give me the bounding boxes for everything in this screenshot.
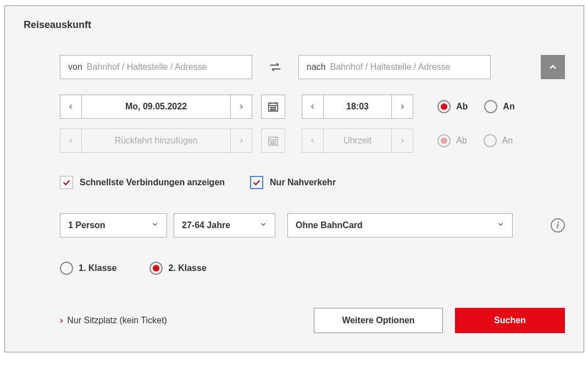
radio-circle-icon [484, 134, 497, 147]
radio-label: Ab [456, 102, 468, 112]
to-input[interactable]: nach Bahnhof / Haltestelle / Adresse [298, 55, 491, 79]
outbound-time-prev[interactable] [302, 95, 324, 119]
chevron-right-icon [238, 137, 245, 144]
svg-point-5 [273, 107, 274, 108]
radio-circle-icon [149, 262, 163, 275]
collapse-button[interactable] [541, 55, 565, 79]
seat-only-label: Nur Sitzplatz (kein Ticket) [67, 316, 167, 325]
checkmark-icon [252, 178, 261, 187]
more-options-button[interactable]: Weitere Optionen [314, 308, 443, 333]
svg-point-14 [270, 141, 271, 142]
chevron-down-icon [497, 220, 504, 230]
svg-point-17 [270, 143, 271, 145]
return-an-radio[interactable]: An [484, 134, 513, 147]
checkmark-icon [62, 178, 71, 187]
calendar-icon [267, 135, 279, 147]
select-value: 1 Person [68, 220, 106, 230]
chevron-down-icon [259, 220, 267, 230]
travel-search-panel: Reiseauskunft von Bahnhof / Haltestelle … [4, 5, 584, 352]
calendar-icon [267, 101, 279, 113]
svg-point-4 [270, 107, 271, 108]
chevron-right-icon [238, 103, 245, 110]
radio-circle-icon [484, 100, 497, 113]
bottom-row: › Nur Sitzplatz (kein Ticket) Weitere Op… [24, 308, 565, 333]
passenger-selects-row: 1 Person 27-64 Jahre Ohne BahnCard i [24, 213, 565, 237]
svg-point-19 [275, 143, 276, 145]
first-class-radio[interactable]: 1. Klasse [60, 262, 117, 275]
options-checks-row: Schnellste Verbindungen anzeigen Nur Nah… [24, 176, 565, 189]
chevron-left-icon [68, 103, 74, 110]
age-select[interactable]: 27-64 Jahre [174, 213, 275, 237]
fastest-checkbox[interactable]: Schnellste Verbindungen anzeigen [60, 176, 225, 189]
outbound-ab-radio[interactable]: Ab [437, 100, 468, 113]
return-time-stepper: Uhrzeit [302, 129, 413, 153]
return-time-prev[interactable] [302, 129, 324, 153]
info-icon: i [557, 220, 559, 230]
from-to-row: von Bahnhof / Haltestelle / Adresse nach… [24, 55, 565, 79]
persons-select[interactable]: 1 Person [60, 213, 167, 237]
outbound-calendar-button[interactable] [261, 95, 285, 119]
chevron-left-icon [309, 137, 316, 144]
chevron-right-icon [399, 103, 406, 110]
outbound-time-stepper: 18:03 [302, 95, 413, 119]
class-row: 1. Klasse 2. Klasse [24, 262, 565, 275]
return-time-next[interactable] [391, 129, 413, 153]
radio-label: 2. Klasse [168, 263, 206, 273]
chevron-right-icon [399, 137, 406, 144]
return-date-placeholder[interactable]: Rückfahrt hinzufügen [82, 129, 230, 153]
bahncard-select[interactable]: Ohne BahnCard [287, 213, 513, 237]
outbound-an-radio[interactable]: An [484, 100, 514, 113]
seat-only-link[interactable]: › Nur Sitzplatz (kein Ticket) [60, 316, 167, 325]
radio-label: 1. Klasse [79, 263, 117, 273]
radio-label: An [503, 102, 514, 112]
second-class-radio[interactable]: 2. Klasse [149, 262, 206, 275]
return-time-placeholder[interactable]: Uhrzeit [324, 129, 391, 153]
from-input[interactable]: von Bahnhof / Haltestelle / Adresse [60, 55, 252, 79]
checkbox-label: Schnellste Verbindungen anzeigen [80, 178, 225, 187]
return-row: Rückfahrt hinzufügen Uhrzeit [24, 129, 565, 153]
svg-point-18 [273, 143, 274, 145]
panel-title: Reiseauskunft [24, 19, 565, 31]
radio-circle-icon [60, 262, 73, 275]
return-aban-group: Ab An [437, 134, 513, 147]
return-calendar-button[interactable] [261, 129, 285, 153]
outbound-date-value[interactable]: Mo, 09.05.2022 [82, 95, 230, 119]
swap-button[interactable] [263, 55, 287, 79]
outbound-date-next[interactable] [230, 95, 252, 119]
svg-point-6 [275, 107, 276, 108]
local-only-checkbox[interactable]: Nur Nahverkehr [250, 176, 336, 189]
chevron-left-icon [68, 137, 74, 144]
return-date-stepper: Rückfahrt hinzufügen [60, 129, 252, 153]
search-button[interactable]: Suchen [455, 308, 565, 333]
radio-circle-icon [437, 134, 451, 147]
to-placeholder: Bahnhof / Haltestelle / Adresse [330, 62, 451, 72]
button-label: Weitere Optionen [342, 316, 414, 325]
radio-circle-icon [437, 100, 451, 113]
chevron-up-icon [547, 62, 558, 73]
radio-label: Ab [456, 136, 467, 146]
svg-point-8 [273, 109, 274, 110]
select-value: 27-64 Jahre [182, 220, 230, 230]
return-date-next[interactable] [230, 129, 252, 153]
outbound-date-prev[interactable] [60, 95, 82, 119]
outbound-row: Mo, 09.05.2022 18:03 [24, 95, 565, 119]
button-label: Suchen [494, 316, 526, 325]
radio-label: An [502, 136, 513, 146]
outbound-aban-group: Ab An [437, 100, 515, 113]
svg-point-15 [273, 141, 274, 142]
chevron-left-icon [309, 103, 316, 110]
class-radio-group: 1. Klasse 2. Klasse [60, 262, 207, 275]
chevron-down-icon [151, 220, 159, 230]
outbound-date-stepper: Mo, 09.05.2022 [60, 95, 252, 119]
checkbox-box-icon [250, 176, 263, 189]
select-value: Ohne BahnCard [296, 220, 363, 230]
chevron-right-icon: › [60, 316, 63, 325]
return-date-prev[interactable] [60, 129, 82, 153]
outbound-time-value[interactable]: 18:03 [324, 95, 391, 119]
from-placeholder: Bahnhof / Haltestelle / Adresse [87, 62, 207, 72]
to-prefix: nach [307, 62, 326, 72]
info-button[interactable]: i [551, 218, 565, 233]
return-ab-radio[interactable]: Ab [437, 134, 467, 147]
outbound-time-next[interactable] [391, 95, 413, 119]
svg-point-9 [275, 109, 276, 110]
